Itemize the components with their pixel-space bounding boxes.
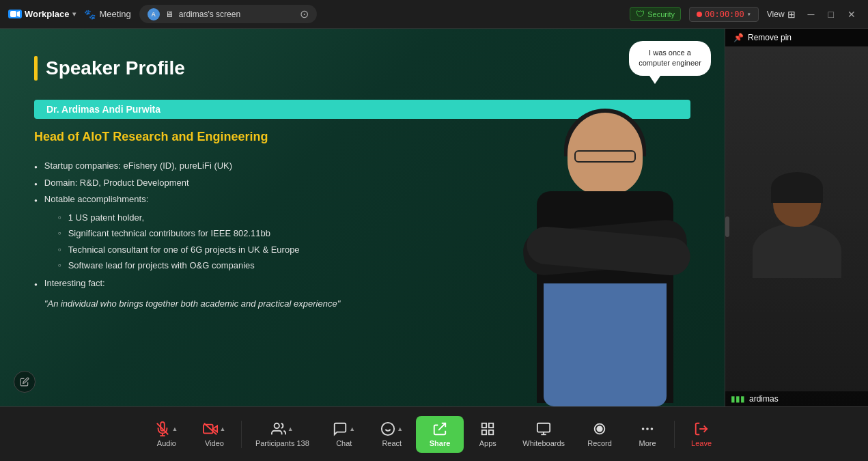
participants-label: Participants [255,439,294,447]
timer-display: 00:00:00 [705,10,744,19]
participants-count: 138 [296,439,309,447]
workplace-chevron[interactable]: ▾ [72,10,76,18]
participant-body [753,223,841,278]
participant-video: ▮▮▮ ardimas [725,46,868,406]
video-person [725,46,868,406]
screen-icon: 🖥 [165,10,173,19]
video-button[interactable]: ▲ Video [191,416,238,453]
apps-button[interactable]: Apps [464,416,512,453]
close-button[interactable]: ✕ [843,8,860,21]
sub-item-1: 1 US patent holder, [44,210,300,225]
sub-item-2: Significant technical contributors for I… [44,225,300,241]
view-icon: ⊞ [787,9,796,20]
whiteboards-button[interactable]: Whiteboards [512,416,576,453]
chat-icon [333,421,348,436]
react-chevron[interactable]: ▲ [397,425,403,432]
record-label: Record [587,439,611,447]
separator-2 [674,421,675,448]
audio-button[interactable]: ▲ Audio [143,416,191,453]
participant-avatar-group [753,176,841,278]
chat-button[interactable]: ▲ Chat [320,416,368,453]
timer-chevron[interactable]: ▾ [747,10,751,18]
slide-quote: "An individual who brings together both … [44,297,340,311]
top-bar: Workplace ▾ 🐾 Meeting A 🖥 ardimas's scre… [0,0,868,29]
svg-rect-0 [10,11,16,17]
participant-panel: 📌 Remove pin ▮▮▮ [725,29,868,406]
recording-timer[interactable]: 00:00:00 ▾ [689,7,759,22]
bottom-toolbar: ▲ Audio ▲ Video [0,406,868,461]
person-jeans [544,283,667,406]
meeting-button[interactable]: 🐾 Meeting [84,9,131,20]
share-icon [432,421,447,436]
chat-icon-row: ▲ [333,421,355,436]
svg-point-9 [382,422,394,434]
more-button[interactable]: More [624,416,671,453]
speech-bubble: I was once a computer engineer [629,41,711,76]
microphone-icon [155,421,170,436]
zoom-icon [8,10,22,18]
react-button[interactable]: ▲ React [368,416,416,453]
separator-1 [241,421,242,448]
react-icon [380,421,395,436]
drag-handle[interactable] [725,216,729,237]
screen-share-name: ardimas's screen [179,10,294,19]
svg-rect-6 [204,424,213,433]
security-label: Security [647,10,675,18]
pin-icon: 📌 [733,33,744,42]
top-bar-right: 🛡 Security 00:00:00 ▾ View ⊞ ─ □ ✕ [630,7,860,22]
svg-marker-1 [17,11,20,17]
participant-name: ardimas [749,394,779,404]
title-accent-bar [34,56,38,81]
sub-list: 1 US patent holder, Significant technica… [44,210,300,274]
screen-share-indicator[interactable]: A 🖥 ardimas's screen ⊙ [139,5,317,23]
leave-icon [694,421,709,436]
slide: Speaker Profile Dr. Ardimas Andi Purwita… [0,29,725,406]
svg-point-22 [652,428,653,430]
edit-button[interactable] [14,371,36,393]
record-dot [697,12,702,17]
main-area: Speaker Profile Dr. Ardimas Andi Purwita… [0,29,868,406]
apps-icon [480,421,495,436]
participants-button[interactable]: ▲ Participants 138 [244,416,320,453]
remove-pin-bar[interactable]: 📌 Remove pin [725,29,868,46]
camera-icon [203,421,218,436]
speaker-image [513,79,704,406]
react-icon-row: ▲ [380,421,403,436]
workplace-label: Workplace [25,9,70,19]
audio-chevron[interactable]: ▲ [171,425,178,432]
audio-label: Audio [157,439,176,447]
slide-title-text: Speaker Profile [46,57,185,79]
minimize-button[interactable]: ─ [804,8,819,21]
screen-share-more-btn[interactable]: ⊙ [300,8,309,20]
leave-button[interactable]: Leave [677,416,725,453]
participants-chevron[interactable]: ▲ [288,425,294,432]
remove-pin-label: Remove pin [748,33,792,42]
sub-item-3: Technical consultant for one of 6G proje… [44,242,300,257]
participant-name-bar: ▮▮▮ ardimas [725,391,868,406]
video-label: Video [205,439,224,447]
svg-rect-16 [537,423,550,432]
chat-label: Chat [336,439,352,447]
slide-title-row: Speaker Profile [34,56,690,81]
maximize-button[interactable]: □ [824,8,838,21]
security-badge[interactable]: 🛡 Security [630,7,681,21]
video-chevron[interactable]: ▲ [219,425,225,432]
share-button[interactable]: Share [416,416,464,453]
whiteboard-icon [536,421,551,436]
whiteboards-label: Whiteboards [522,439,565,447]
glasses [574,150,636,163]
sharer-avatar: A [148,8,160,20]
zoom-logo: Workplace ▾ [8,9,76,19]
svg-point-23 [643,428,644,430]
participants-icon-row: ▲ [271,421,294,436]
svg-rect-14 [482,430,486,434]
view-button[interactable]: View ⊞ [767,9,796,20]
svg-rect-12 [482,423,486,427]
svg-point-20 [597,426,602,431]
leave-label: Leave [691,439,712,447]
svg-rect-13 [489,423,493,427]
participants-label-row: Participants 138 [255,439,309,447]
record-button[interactable]: Record [576,416,624,453]
participant-head [773,176,821,227]
chat-chevron[interactable]: ▲ [349,425,355,432]
